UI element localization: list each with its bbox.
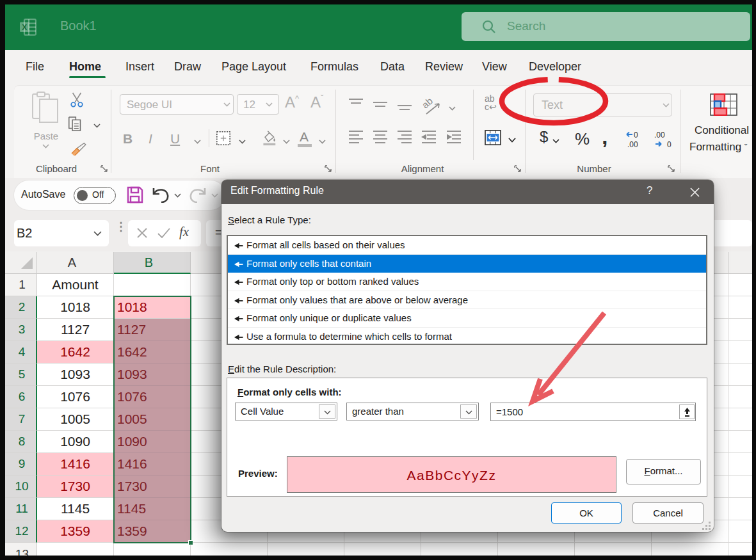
svg-text:.00: .00 — [654, 131, 665, 140]
svg-text:X: X — [22, 23, 27, 32]
svg-text:.00: .00 — [627, 140, 638, 148]
svg-text:0: 0 — [634, 131, 638, 140]
svg-text:0: 0 — [667, 140, 672, 148]
